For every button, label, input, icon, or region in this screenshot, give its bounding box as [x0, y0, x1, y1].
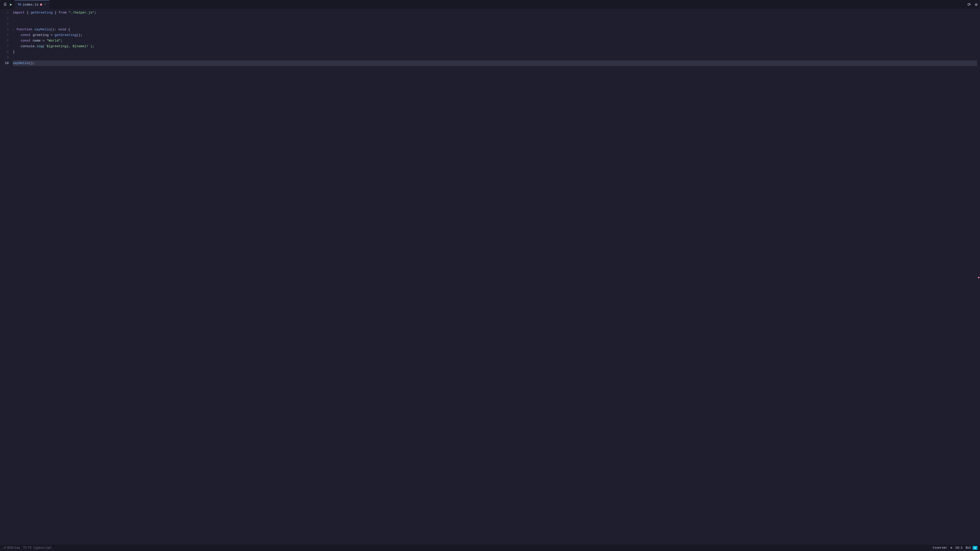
line-number-7: 7 — [3, 44, 9, 49]
token-container-10: sayHello(); — [13, 60, 35, 66]
code-line-1[interactable]: import { getGreeting } from "./helper.js… — [13, 10, 977, 16]
token: { — [25, 11, 30, 14]
code-line-2[interactable] — [13, 16, 977, 21]
token-container-9 — [13, 55, 15, 60]
git-branch-icon: ⎇ — [3, 546, 6, 550]
token: (): — [50, 27, 58, 32]
token-container-7: console.log(`${greeting}, ${name}!`); — [13, 44, 94, 49]
token: sayHello — [13, 61, 29, 65]
token-container-4: function sayHello(): void { — [16, 27, 70, 32]
code-line-3[interactable] — [13, 21, 977, 27]
line-number-9: 9 — [3, 55, 9, 60]
token: log — [37, 44, 43, 48]
status-right: tsserver ⚙ 10:1 Bot ▮ — [932, 546, 977, 550]
token: import — [13, 11, 25, 14]
token: . — [35, 44, 37, 48]
ts-badge-status: TS — [23, 546, 27, 550]
token: ; — [60, 39, 62, 43]
token: function — [16, 27, 32, 32]
status-ts-server[interactable]: TS TS typescript — [23, 546, 52, 550]
line-number-1: 1 — [3, 10, 9, 16]
code-line-10[interactable]: sayHello(); — [13, 60, 977, 66]
token-container-1: import { getGreeting } from "./helper.js… — [13, 10, 97, 16]
token: , — [68, 44, 73, 48]
run-icon[interactable]: ▶ — [9, 1, 13, 8]
status-bot: Bot ▮ — [966, 546, 977, 550]
minimap — [977, 9, 980, 545]
token — [13, 33, 21, 37]
tab-bar-left: ☰ ▶ — [1, 1, 14, 8]
token: console — [13, 44, 35, 48]
token: } — [13, 50, 15, 54]
token: from — [59, 11, 66, 14]
tab-close-button[interactable]: × — [44, 2, 46, 7]
code-content[interactable]: import { getGreeting } from "./helper.js… — [13, 9, 977, 545]
top-right-icons: ⟳ ⚙ — [967, 2, 980, 7]
token: (); — [29, 61, 35, 65]
token: "./helper.js" — [68, 11, 94, 14]
token-container-2 — [13, 16, 15, 21]
tab-filename: index.ts — [23, 3, 38, 6]
minimap-dot — [978, 277, 980, 278]
tab-modified-dot — [40, 3, 42, 6]
code-editor[interactable]: 12345678910 import { getGreeting } from … — [0, 9, 980, 545]
line-numbers: 12345678910 — [0, 9, 13, 545]
fold-arrow-4[interactable]: ⌄ — [13, 27, 16, 32]
token: (` — [43, 44, 47, 48]
status-bar: ⎇ 892c1aa TS TS typescript tsserver ⚙ 10… — [0, 545, 980, 551]
bot-label: Bot — [966, 546, 971, 550]
code-line-4[interactable]: ⌄function sayHello(): void { — [13, 27, 977, 32]
token: getGreeting — [55, 33, 76, 37]
token: const — [21, 39, 30, 43]
bot-badge: ▮ — [973, 546, 977, 550]
token: ${greeting} — [47, 44, 68, 48]
status-tsserver: tsserver — [932, 546, 947, 550]
line-number-10: 10 — [3, 60, 9, 66]
token-container-8: } — [13, 49, 15, 55]
token: const — [21, 33, 30, 37]
token: sayHello — [34, 27, 50, 32]
token: (); — [76, 33, 83, 37]
token: void — [58, 27, 66, 32]
code-line-7[interactable]: console.log(`${greeting}, ${name}!`); — [13, 44, 977, 49]
line-number-3: 3 — [3, 21, 9, 27]
token: getGreeting — [30, 11, 52, 14]
menu-icon[interactable]: ☰ — [3, 1, 8, 8]
tab-bar: ☰ ▶ TS index.ts × ⟳ ⚙ — [0, 0, 980, 9]
token-container-6: const name = "World"; — [13, 38, 62, 44]
token: name = — [30, 39, 46, 43]
token: ; — [94, 11, 97, 14]
tab-ts-badge: TS — [18, 3, 21, 6]
editor-area: 12345678910 import { getGreeting } from … — [0, 9, 980, 545]
status-left: ⎇ 892c1aa TS TS typescript — [3, 546, 52, 550]
code-line-5[interactable]: const greeting = getGreeting(); — [13, 32, 977, 38]
code-line-8[interactable]: } — [13, 49, 977, 55]
settings-icon[interactable]: ⚙ — [975, 2, 977, 7]
line-number-5: 5 — [3, 32, 9, 38]
line-number-4: 4 — [3, 27, 9, 32]
refresh-icon[interactable]: ⟳ — [967, 2, 971, 7]
cursor-position: 10:1 — [955, 546, 963, 550]
token: } — [52, 11, 59, 14]
token: "World" — [47, 39, 61, 43]
status-git[interactable]: ⎇ 892c1aa — [3, 546, 20, 550]
token: !`); — [86, 44, 94, 48]
line-number-8: 8 — [3, 49, 9, 55]
code-line-9[interactable] — [13, 55, 977, 60]
ts-label-status: TS typescript — [28, 546, 52, 550]
status-settings-icon[interactable]: ⚙ — [950, 546, 952, 550]
line-number-2: 2 — [3, 16, 9, 21]
token: greeting = — [30, 33, 55, 37]
token: ${name} — [73, 44, 86, 48]
token: { — [66, 27, 70, 32]
token-container-3 — [13, 21, 15, 27]
tab-index-ts[interactable]: TS index.ts × — [14, 0, 49, 9]
token-container-5: const greeting = getGreeting(); — [13, 32, 83, 38]
token — [13, 39, 21, 43]
line-number-6: 6 — [3, 38, 9, 44]
git-branch-name: 892c1aa — [7, 546, 20, 550]
code-line-6[interactable]: const name = "World"; — [13, 38, 977, 44]
